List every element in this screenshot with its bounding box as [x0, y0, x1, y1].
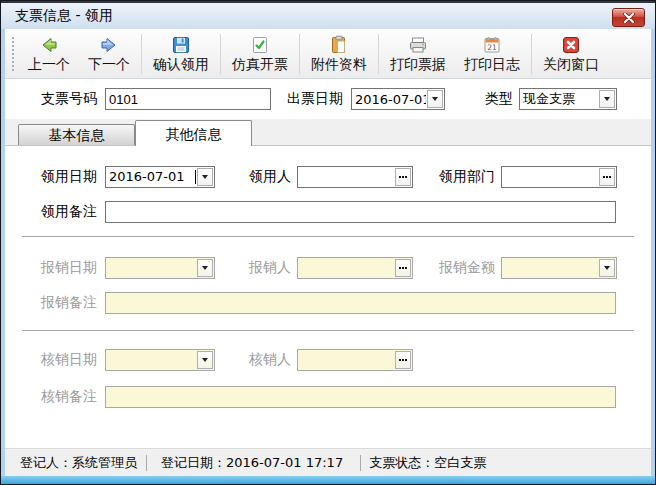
calendar-icon: 21 — [482, 35, 502, 55]
dropdown-button[interactable] — [599, 90, 615, 108]
dropdown-button — [599, 259, 615, 277]
ellipsis-icon — [399, 176, 401, 178]
section-separator — [22, 236, 634, 237]
toolbar-button-label: 打印票据 — [390, 56, 446, 74]
writeoff-person-field — [297, 349, 413, 371]
tab-basic-info[interactable]: 基本信息 — [18, 124, 135, 145]
chevron-down-icon — [202, 175, 208, 179]
claim-date-value: 2016-07-01 — [106, 169, 194, 184]
reimburse-person-label: 报销人 — [249, 259, 297, 277]
toolbar: 上一个 下一个 — [5, 29, 651, 79]
header-form: 支票号码 出票日期 2016-07-01 类型 现金支票 — [5, 79, 651, 119]
toolbar-separator — [299, 34, 300, 74]
claim-dept-field[interactable] — [501, 166, 617, 188]
issue-date-value: 2016-07-01 — [352, 92, 426, 107]
toolbar-button-label: 打印日志 — [464, 56, 520, 74]
print-log-button[interactable]: 21 打印日志 — [455, 32, 529, 76]
chevron-down-icon — [604, 97, 610, 101]
toolbar-button-label: 仿真开票 — [232, 56, 288, 74]
type-value: 现金支票 — [520, 90, 598, 108]
window-title: 支票信息 - 领用 — [1, 7, 113, 25]
print-receipt-button[interactable]: 打印票据 — [381, 32, 455, 76]
reimburse-person-field — [297, 257, 413, 279]
type-dropdown[interactable]: 现金支票 — [519, 88, 617, 110]
issue-date-label: 出票日期 — [287, 90, 351, 108]
toolbar-separator — [378, 34, 379, 74]
claim-row: 领用日期 2016-07-01 领用人 领用部门 — [5, 165, 651, 188]
save-floppy-icon — [171, 35, 191, 55]
attachments-button[interactable]: 附件资料 — [302, 32, 376, 76]
writeoff-notes-label: 核销备注 — [41, 388, 105, 406]
statusbar-divider — [146, 455, 147, 471]
clipboard-icon — [329, 35, 349, 55]
chevron-down-icon — [604, 266, 610, 270]
ellipsis-picker-button[interactable] — [599, 168, 615, 186]
toolbar-button-label: 下一个 — [88, 56, 130, 74]
toolbar-separator — [141, 34, 142, 74]
writeoff-date-label: 核销日期 — [41, 351, 105, 369]
close-x-icon — [623, 8, 635, 27]
issue-date-dropdown[interactable]: 2016-07-01 — [351, 88, 445, 110]
writeoff-row: 核销日期 核销人 — [5, 348, 651, 371]
page-check-icon — [250, 35, 270, 55]
ellipsis-icon — [399, 267, 401, 269]
reimburse-date-label: 报销日期 — [41, 259, 105, 277]
claim-notes-row: 领用备注 — [5, 200, 651, 223]
dropdown-button[interactable] — [427, 90, 443, 108]
dropdown-button — [197, 351, 213, 369]
printer-icon — [408, 35, 428, 55]
chevron-down-icon — [432, 97, 438, 101]
reimburse-notes-label: 报销备注 — [41, 294, 105, 312]
toolbar-separator — [531, 34, 532, 74]
svg-text:21: 21 — [487, 42, 497, 51]
check-info-window: 支票信息 - 领用 上一个 — [0, 0, 656, 485]
ellipsis-icon — [399, 359, 401, 361]
claim-person-label: 领用人 — [249, 168, 297, 186]
confirm-claim-button[interactable]: 确认领用 — [144, 32, 218, 76]
arrow-right-icon — [99, 35, 119, 55]
previous-button[interactable]: 上一个 — [19, 32, 79, 76]
simulate-invoice-button[interactable]: 仿真开票 — [223, 32, 297, 76]
check-number-input[interactable] — [105, 88, 271, 110]
registrant-status: 登记人：系统管理员 — [20, 454, 137, 472]
toolbar-separator — [220, 34, 221, 74]
claim-notes-input[interactable] — [105, 201, 616, 223]
reimburse-amount-dropdown — [501, 257, 617, 279]
section-separator — [22, 330, 634, 331]
reimburse-date-dropdown — [105, 257, 215, 279]
reimburse-notes-row: 报销备注 — [5, 291, 651, 314]
titlebar: 支票信息 - 领用 — [1, 1, 655, 29]
claim-notes-label: 领用备注 — [41, 203, 105, 221]
claim-dept-label: 领用部门 — [439, 168, 501, 186]
claim-person-field[interactable] — [297, 166, 413, 188]
tab-other-info[interactable]: 其他信息 — [135, 120, 252, 146]
ellipsis-picker-button — [395, 351, 411, 369]
reimburse-notes-field — [105, 292, 616, 314]
toolbar-button-label: 确认领用 — [153, 56, 209, 74]
dropdown-button[interactable] — [197, 168, 213, 186]
close-window-button[interactable] — [612, 8, 645, 27]
next-button[interactable]: 下一个 — [79, 32, 139, 76]
writeoff-person-label: 核销人 — [249, 351, 297, 369]
toolbar-grip-handle[interactable] — [10, 35, 15, 73]
other-info-panel: 领用日期 2016-07-01 领用人 领用部门 — [5, 146, 651, 448]
claim-date-dropdown[interactable]: 2016-07-01 — [105, 166, 215, 188]
reimburse-row: 报销日期 报销人 报销金额 — [5, 256, 651, 279]
writeoff-notes-row: 核销备注 — [5, 385, 651, 408]
check-status: 支票状态：空白支票 — [369, 454, 486, 472]
type-label: 类型 — [485, 90, 519, 108]
toolbar-button-label: 上一个 — [28, 56, 70, 74]
close-red-icon — [561, 35, 581, 55]
window-body: 上一个 下一个 — [5, 29, 651, 476]
reimburse-amount-label: 报销金额 — [439, 259, 501, 277]
writeoff-notes-field — [105, 386, 616, 408]
chevron-down-icon — [202, 266, 208, 270]
arrow-left-icon — [39, 35, 59, 55]
close-window-toolbar-button[interactable]: 关闭窗口 — [534, 32, 608, 76]
ellipsis-picker-button[interactable] — [395, 168, 411, 186]
tabstrip: 基本信息 其他信息 — [5, 119, 651, 146]
check-number-label: 支票号码 — [41, 90, 105, 108]
statusbar-divider — [360, 455, 361, 471]
toolbar-button-label: 关闭窗口 — [543, 56, 599, 74]
window-bottom-frame — [1, 476, 655, 484]
